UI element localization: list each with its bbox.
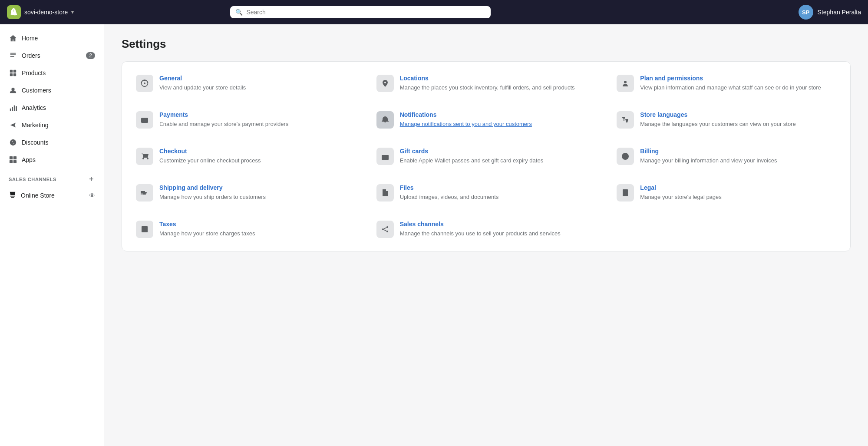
svg-rect-16 [384,155,386,156]
svg-rect-8 [16,106,17,111]
settings-item-locations[interactable]: Locations Manage the places you stock in… [366,65,607,102]
general-desc: View and update your store details [159,83,356,92]
sidebar-label-orders: Orders [22,52,40,59]
checkout-title: Checkout [159,148,356,155]
svg-rect-1 [13,70,16,73]
checkout-text: Checkout Customize your online checkout … [159,148,356,165]
svg-point-4 [11,88,14,91]
checkout-desc: Customize your online checkout process [159,156,356,165]
notifications-link[interactable]: Manage notifications sent to you and you… [400,121,532,127]
store-languages-desc: Manage the languages your customers can … [640,120,836,129]
svg-rect-9 [10,156,13,159]
shipping-text: Shipping and delivery Manage how you shi… [159,184,356,202]
settings-item-payments[interactable]: Payments Enable and manage your store's … [125,102,366,138]
taxes-desc: Manage how your store charges taxes [159,229,356,238]
settings-card: General View and update your store detai… [122,61,851,251]
sidebar-item-marketing[interactable]: Marketing [0,116,104,134]
settings-item-checkout[interactable]: Checkout Customize your online checkout … [125,138,366,175]
settings-item-legal[interactable]: Legal Manage your store's legal pages [606,175,847,211]
settings-item-notifications[interactable]: Notifications Manage notifications sent … [366,102,607,138]
sidebar-item-customers[interactable]: Customers [0,82,104,99]
customers-icon [9,86,17,95]
notifications-text: Notifications Manage notifications sent … [400,111,596,129]
svg-rect-21 [623,189,628,196]
svg-rect-7 [14,106,15,111]
settings-item-gift-cards[interactable]: Gift cards Enable Apple Wallet passes an… [366,138,607,175]
notifications-title: Notifications [400,111,596,118]
orders-icon [9,51,17,60]
legal-title: Legal [640,184,836,191]
plan-icon [617,75,634,92]
svg-rect-5 [10,109,11,111]
settings-item-sales-channels[interactable]: Sales channels Manage the channels you u… [366,211,607,248]
sales-channels-text: Sales channels Manage the channels you u… [400,221,596,238]
gift-cards-desc: Enable Apple Wallet passes and set gift … [400,156,596,165]
legal-text: Legal Manage your store's legal pages [640,184,836,202]
home-icon [9,34,17,43]
eye-icon[interactable]: 👁 [89,192,95,199]
svg-text:$: $ [624,154,627,159]
sidebar-item-apps[interactable]: Apps [0,151,104,168]
svg-rect-25 [142,226,148,232]
sidebar-item-online-store[interactable]: Online Store 👁 [0,186,104,204]
general-title: General [159,75,356,82]
main-layout: Home Orders 2 Products Customers Analy [0,24,868,446]
shipping-desc: Manage how you ship orders to customers [159,193,356,202]
search-input[interactable] [246,9,485,16]
sidebar-label-analytics: Analytics [22,104,46,111]
svg-point-28 [382,228,384,230]
sidebar-item-home[interactable]: Home [0,30,104,47]
locations-text: Locations Manage the places you stock in… [400,75,596,92]
billing-desc: Manage your billing information and view… [640,156,836,165]
page-title: Settings [122,37,851,51]
svg-point-29 [386,226,388,228]
avatar[interactable]: SP [799,5,813,20]
svg-rect-14 [141,118,148,123]
search-icon: 🔍 [235,9,243,16]
gift-cards-icon [376,148,394,165]
sidebar-label-discounts: Discounts [22,139,48,146]
sidebar-item-analytics[interactable]: Analytics [0,99,104,116]
sidebar-item-products[interactable]: Products [0,64,104,82]
payments-desc: Enable and manage your store's payment p… [159,120,356,129]
svg-rect-10 [13,156,17,159]
sales-channels-section: SALES CHANNELS ＋ [0,168,104,186]
settings-item-billing[interactable]: $ Billing Manage your billing informatio… [606,138,847,175]
settings-item-taxes[interactable]: Taxes Manage how your store charges taxe… [125,211,366,248]
topnav: sovi-demo-store ▾ 🔍 SP Stephan Peralta [0,0,868,24]
marketing-icon [9,121,17,129]
settings-item-store-languages[interactable]: Store languages Manage the languages you… [606,102,847,138]
billing-icon: $ [617,148,634,165]
payments-text: Payments Enable and manage your store's … [159,111,356,129]
user-name-label: Stephan Peralta [818,9,861,16]
files-title: Files [400,184,596,191]
plan-text: Plan and permissions View plan informati… [640,75,836,92]
add-sales-channel-icon[interactable]: ＋ [88,175,95,184]
store-chevron-icon[interactable]: ▾ [71,9,74,15]
topnav-right: SP Stephan Peralta [799,5,861,20]
store-name-label: sovi-demo-store [24,9,68,16]
sidebar-label-apps: Apps [22,156,36,163]
store-logo[interactable]: sovi-demo-store ▾ [7,5,74,19]
settings-grid-empty [606,211,847,248]
settings-item-general[interactable]: General View and update your store detai… [125,65,366,102]
files-desc: Upload images, videos, and documents [400,193,596,202]
online-store-icon [9,191,17,200]
taxes-title: Taxes [159,221,356,228]
svg-line-31 [384,228,386,229]
taxes-text: Taxes Manage how your store charges taxe… [159,221,356,238]
search-box[interactable]: 🔍 [230,6,491,18]
notifications-desc: Manage notifications sent to you and you… [400,120,596,129]
sidebar-label-customers: Customers [22,87,51,94]
store-languages-text: Store languages Manage the languages you… [640,111,836,129]
products-icon [9,69,17,77]
svg-rect-2 [10,73,13,76]
sidebar-item-discounts[interactable]: Discounts [0,134,104,151]
svg-rect-11 [10,160,13,163]
settings-item-shipping[interactable]: Shipping and delivery Manage how you shi… [125,175,366,211]
analytics-icon [9,103,17,112]
settings-item-files[interactable]: Files Upload images, videos, and documen… [366,175,607,211]
files-icon [376,184,394,202]
settings-item-plan[interactable]: Plan and permissions View plan informati… [606,65,847,102]
sidebar-item-orders[interactable]: Orders 2 [0,47,104,64]
